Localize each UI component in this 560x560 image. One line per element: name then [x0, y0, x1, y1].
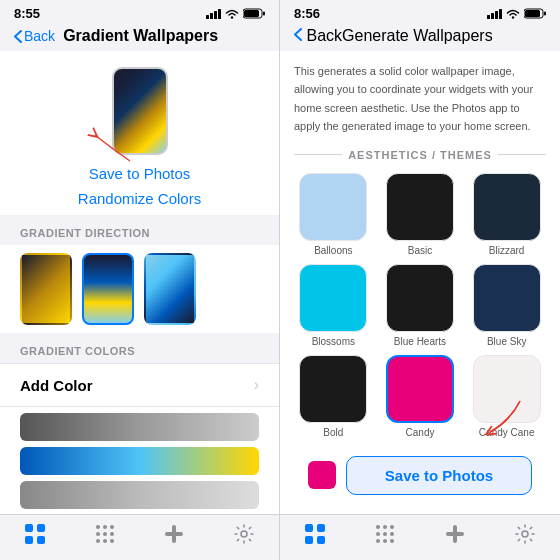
right-tab-add[interactable] [444, 523, 466, 550]
theme-swatch-basic [386, 173, 454, 241]
svg-rect-7 [263, 12, 265, 16]
right-tab-grid[interactable] [374, 523, 396, 550]
svg-point-20 [110, 539, 114, 543]
svg-point-13 [103, 525, 107, 529]
color-strip-2[interactable] [20, 447, 259, 475]
theme-label-balloons: Balloons [314, 245, 352, 256]
right-nav-bar: Back Generate Wallpapers [280, 25, 560, 51]
svg-point-39 [376, 532, 380, 536]
theme-balloons[interactable]: Balloons [294, 173, 373, 256]
theme-bluehearts[interactable]: Blue Hearts [381, 264, 460, 347]
svg-rect-34 [305, 536, 313, 544]
theme-bold[interactable]: Bold [294, 355, 373, 438]
right-tab-bar [280, 514, 560, 560]
theme-label-bluehearts: Blue Hearts [394, 336, 446, 347]
svg-rect-32 [305, 524, 313, 532]
svg-rect-6 [244, 10, 259, 17]
left-page-title: Gradient Wallpapers [63, 27, 218, 45]
right-page-title: Generate Wallpapers [342, 27, 493, 45]
randomize-colors-button[interactable]: Randomize Colors [78, 190, 201, 207]
left-status-bar: 8:55 [0, 0, 279, 25]
wallpaper-preview-section: Save to Photos Randomize Colors [0, 51, 279, 215]
tab-settings[interactable] [233, 523, 255, 550]
theme-swatch-bluehearts [386, 264, 454, 332]
bottom-action-container: Save to Photos [280, 444, 560, 507]
right-signal-icon [487, 9, 502, 19]
selected-color-dot[interactable] [308, 461, 336, 489]
svg-rect-1 [210, 13, 213, 19]
tab-widgets[interactable] [24, 523, 46, 550]
color-strips [0, 407, 279, 514]
svg-rect-24 [487, 15, 490, 19]
theme-label-basic: Basic [408, 245, 432, 256]
description-text: This generates a solid color wallpaper i… [294, 65, 533, 132]
direction-swatch-3[interactable] [144, 253, 196, 325]
theme-swatch-balloons [299, 173, 367, 241]
save-arrow-annotation [50, 127, 170, 163]
svg-point-37 [383, 525, 387, 529]
svg-rect-25 [491, 13, 494, 19]
theme-basic[interactable]: Basic [381, 173, 460, 256]
direction-swatch-2[interactable] [82, 253, 134, 325]
right-status-icons [487, 8, 546, 19]
svg-rect-9 [37, 524, 45, 532]
gradient-direction-row [0, 245, 279, 333]
svg-rect-26 [495, 11, 498, 19]
theme-label-blizzard: Blizzard [489, 245, 525, 256]
svg-point-28 [512, 16, 514, 18]
svg-rect-10 [25, 536, 33, 544]
color-strip-3[interactable] [20, 481, 259, 509]
svg-point-42 [376, 539, 380, 543]
wifi-icon [225, 9, 239, 19]
svg-point-16 [103, 532, 107, 536]
theme-blossoms[interactable]: Blossoms [294, 264, 373, 347]
theme-bluesky[interactable]: Blue Sky [467, 264, 546, 347]
svg-rect-3 [218, 9, 221, 19]
theme-swatch-bluesky [473, 264, 541, 332]
color-strip-1[interactable] [20, 413, 259, 441]
svg-point-44 [390, 539, 394, 543]
left-main-content: Save to Photos Randomize Colors GRADIENT… [0, 51, 279, 514]
theme-swatch-bold [299, 355, 367, 423]
svg-point-43 [383, 539, 387, 543]
save-to-photos-button[interactable]: Save to Photos [89, 165, 191, 182]
tab-grid[interactable] [94, 523, 116, 550]
signal-icon [206, 9, 221, 19]
svg-point-12 [96, 525, 100, 529]
svg-point-19 [103, 539, 107, 543]
left-time: 8:55 [14, 6, 40, 21]
svg-point-18 [96, 539, 100, 543]
description-box: This generates a solid color wallpaper i… [280, 51, 560, 143]
right-tab-widgets[interactable] [304, 523, 326, 550]
theme-blizzard[interactable]: Blizzard [467, 173, 546, 256]
add-color-row[interactable]: Add Color › [0, 363, 279, 407]
theme-label-bold: Bold [323, 427, 343, 438]
tab-add[interactable] [163, 523, 185, 550]
bottom-action-area: Save to Photos [294, 448, 546, 501]
direction-swatch-1[interactable] [20, 253, 72, 325]
right-tab-settings[interactable] [514, 523, 536, 550]
right-back-button[interactable]: Back [294, 27, 342, 45]
svg-point-14 [110, 525, 114, 529]
right-save-arrow [430, 396, 550, 436]
left-nav-bar: Back Gradient Wallpapers [0, 25, 279, 51]
aesthetics-header: AESTHETICS / THEMES [280, 143, 560, 167]
svg-rect-30 [525, 10, 540, 17]
right-save-to-photos-button[interactable]: Save to Photos [346, 456, 532, 495]
battery-icon [243, 8, 265, 19]
svg-point-23 [241, 531, 247, 537]
svg-rect-8 [25, 524, 33, 532]
right-wifi-icon [506, 9, 520, 19]
gradient-direction-label: GRADIENT DIRECTION [0, 215, 279, 245]
svg-point-38 [390, 525, 394, 529]
left-status-icons [206, 8, 265, 19]
left-back-button[interactable]: Back [14, 28, 55, 44]
right-time: 8:56 [294, 6, 320, 21]
gradient-colors-label: GRADIENT COLORS [0, 333, 279, 363]
svg-rect-35 [317, 536, 325, 544]
svg-rect-11 [37, 536, 45, 544]
svg-rect-46 [446, 532, 464, 536]
right-back-chevron-icon [294, 28, 302, 41]
add-color-chevron: › [254, 376, 259, 394]
svg-rect-33 [317, 524, 325, 532]
